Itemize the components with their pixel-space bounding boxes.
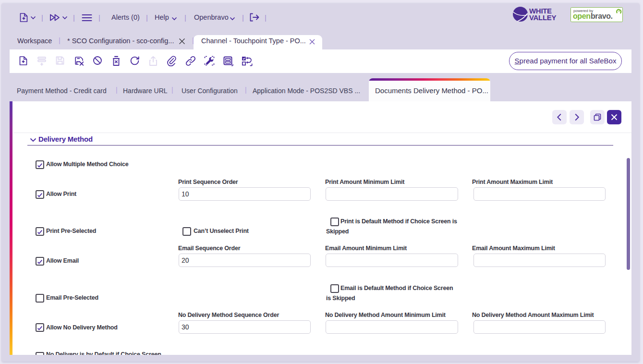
svg-text:bravo.: bravo. [591,12,613,20]
svg-text:VALLEY: VALLEY [529,13,557,22]
svg-text:open: open [573,12,591,20]
